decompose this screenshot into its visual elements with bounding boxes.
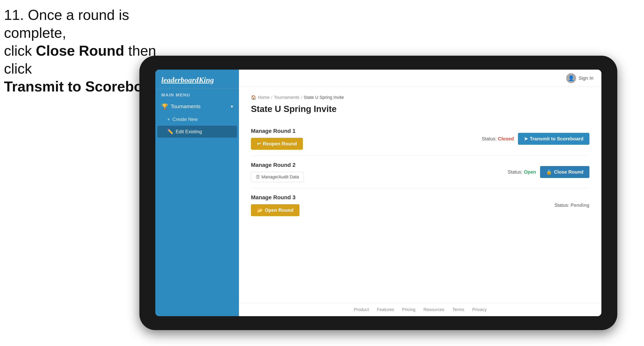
transmit-to-scoreboard-button[interactable]: ➤ Transmit to Scoreboard xyxy=(518,133,590,145)
avatar: 👤 xyxy=(566,73,576,83)
round-3-right: Status: Pending xyxy=(490,202,590,208)
round-3-section: Manage Round 3 📂 Open Round Status: Pend… xyxy=(251,188,590,222)
round-3-status-label: Status: xyxy=(554,202,569,208)
round-3-title: Manage Round 3 xyxy=(251,194,490,201)
round-2-left: Manage Round 2 ☰ Manage/Audit Data xyxy=(251,162,490,182)
round-2-title: Manage Round 2 xyxy=(251,162,490,168)
sign-in-label[interactable]: Sign In xyxy=(578,75,594,81)
instruction-line2: click xyxy=(4,43,36,59)
open-round-button[interactable]: 📂 Open Round xyxy=(251,204,300,216)
round-1-status-label: Status: xyxy=(482,136,497,141)
round-2-section: Manage Round 2 ☰ Manage/Audit Data Statu… xyxy=(251,156,590,188)
instruction-line1: 11. Once a round is complete, xyxy=(4,7,129,41)
chevron-down-icon: ▾ xyxy=(231,104,233,109)
footer-link-privacy[interactable]: Privacy xyxy=(472,307,486,312)
footer: Product Features Pricing Resources Terms… xyxy=(239,303,602,316)
footer-link-features[interactable]: Features xyxy=(377,307,394,312)
breadcrumb-tournaments[interactable]: Tournaments xyxy=(274,95,299,100)
breadcrumb: 🏠 Home / Tournaments / State U Spring In… xyxy=(251,95,590,100)
round-3-status: Status: Pending xyxy=(554,202,590,208)
close-round-label: Close Round xyxy=(554,169,584,175)
round-2-right: Status: Open 🔒 Close Round xyxy=(490,166,590,178)
round-1-status: Status: Closed xyxy=(482,136,514,142)
footer-link-pricing[interactable]: Pricing xyxy=(402,307,416,312)
sidebar-item-edit-existing[interactable]: ✏️ Edit Existing xyxy=(157,126,237,138)
main-menu-label: MAIN MENU xyxy=(155,88,239,100)
sidebar-tournaments-label: Tournaments xyxy=(171,103,200,110)
tablet-shell: leaderboardKing MAIN MENU 🏆 Tournaments … xyxy=(140,56,617,330)
breadcrumb-current: State U Spring Invite xyxy=(304,95,344,100)
open-icon: 📂 xyxy=(257,207,263,213)
breadcrumb-home[interactable]: Home xyxy=(258,95,270,100)
round-2-status: Status: Open xyxy=(508,169,536,175)
footer-link-resources[interactable]: Resources xyxy=(423,307,444,312)
audit-icon: ☰ xyxy=(256,174,260,179)
sidebar-logo: leaderboardKing xyxy=(155,70,239,88)
sidebar: leaderboardKing MAIN MENU 🏆 Tournaments … xyxy=(155,70,239,316)
transmit-label: Transmit to Scoreboard xyxy=(530,136,584,142)
transmit-icon: ➤ xyxy=(524,136,528,142)
sidebar-item-create-new[interactable]: + Create New xyxy=(155,113,239,125)
close-round-button[interactable]: 🔒 Close Round xyxy=(540,166,590,178)
main-content: 👤 Sign In 🏠 Home / Tournaments / State U… xyxy=(239,70,602,316)
round-1-right: Status: Closed ➤ Transmit to Scoreboard xyxy=(482,133,590,145)
page-title: State U Spring Invite xyxy=(251,104,590,114)
breadcrumb-icon: 🏠 xyxy=(251,95,256,100)
tablet-screen: leaderboardKing MAIN MENU 🏆 Tournaments … xyxy=(155,70,602,316)
footer-link-terms[interactable]: Terms xyxy=(452,307,464,312)
round-3-status-value: Pending xyxy=(570,202,590,208)
instruction-bold1: Close Round xyxy=(36,43,124,59)
edit-icon: ✏️ xyxy=(167,129,173,134)
breadcrumb-sep1: / xyxy=(271,95,272,100)
sign-in-area: 👤 Sign In xyxy=(566,73,594,83)
create-new-label: Create New xyxy=(172,117,198,122)
reopen-icon: ↩ xyxy=(257,141,261,147)
manage-audit-button[interactable]: ☰ Manage/Audit Data xyxy=(251,172,304,182)
round-3-left: Manage Round 3 📂 Open Round xyxy=(251,194,490,216)
open-round-label: Open Round xyxy=(265,207,294,213)
logo-text-part1: leaderboard xyxy=(161,76,199,84)
round-1-status-value: Closed xyxy=(498,136,514,141)
lock-icon: 🔒 xyxy=(546,169,552,175)
audit-label: Manage/Audit Data xyxy=(262,174,299,179)
footer-link-product[interactable]: Product xyxy=(354,307,369,312)
breadcrumb-sep2: / xyxy=(301,95,302,100)
round-2-status-label: Status: xyxy=(508,169,522,174)
round-1-left: Manage Round 1 ↩ Reopen Round xyxy=(251,128,482,150)
round-1-section: Manage Round 1 ↩ Reopen Round Status: Cl… xyxy=(251,122,590,156)
app-layout: leaderboardKing MAIN MENU 🏆 Tournaments … xyxy=(155,70,602,316)
reopen-round-button[interactable]: ↩ Reopen Round xyxy=(251,138,303,150)
plus-icon: + xyxy=(167,117,170,122)
edit-existing-label: Edit Existing xyxy=(176,129,202,134)
trophy-icon: 🏆 xyxy=(161,103,168,110)
sidebar-item-tournaments[interactable]: 🏆 Tournaments ▾ xyxy=(155,100,239,113)
page-content: 🏠 Home / Tournaments / State U Spring In… xyxy=(239,87,602,303)
round-2-status-value: Open xyxy=(524,169,536,174)
round-1-title: Manage Round 1 xyxy=(251,128,482,134)
header-bar: 👤 Sign In xyxy=(239,70,602,87)
logo-highlight: King xyxy=(199,76,214,84)
reopen-label: Reopen Round xyxy=(263,141,297,147)
